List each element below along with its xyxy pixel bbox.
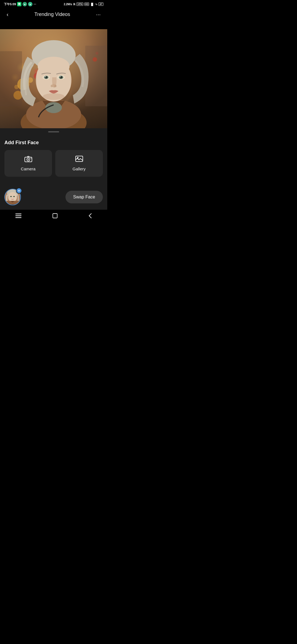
portrait-svg bbox=[0, 29, 107, 128]
camera-button[interactable]: Camera bbox=[4, 150, 52, 177]
bottom-panel: Add First Face Camera bbox=[0, 135, 107, 184]
action-buttons-row: Camera Gallery bbox=[4, 150, 103, 177]
svg-rect-2 bbox=[85, 46, 107, 106]
top-spacer bbox=[0, 21, 107, 29]
svg-point-18 bbox=[45, 76, 46, 77]
avatar-plus-button[interactable]: + bbox=[16, 188, 22, 194]
battery-icon: 47 bbox=[98, 2, 103, 6]
svg-point-35 bbox=[8, 192, 17, 202]
gallery-label: Gallery bbox=[73, 167, 86, 171]
svg-point-36 bbox=[10, 196, 12, 197]
svg-point-26 bbox=[43, 93, 65, 100]
svg-point-29 bbox=[28, 159, 29, 160]
svg-rect-39 bbox=[15, 214, 21, 214]
svg-point-32 bbox=[77, 157, 78, 159]
svg-rect-41 bbox=[15, 217, 21, 218]
status-dots: ··· bbox=[34, 2, 36, 6]
gallery-icon bbox=[75, 155, 83, 164]
add-face-title: Add First Face bbox=[4, 140, 103, 146]
camera-icon bbox=[24, 155, 32, 164]
svg-rect-42 bbox=[53, 214, 57, 218]
camera-label: Camera bbox=[21, 167, 35, 171]
status-time: 下午5:09 bbox=[4, 2, 16, 6]
nav-bar bbox=[0, 210, 107, 222]
back-nav-icon bbox=[89, 213, 92, 219]
svg-point-4 bbox=[93, 57, 97, 62]
hd-badge: HD bbox=[84, 2, 89, 6]
svg-point-37 bbox=[13, 196, 15, 197]
gallery-button[interactable]: Gallery bbox=[55, 150, 103, 177]
drag-indicator bbox=[0, 128, 107, 135]
swap-face-button[interactable]: Swap Face bbox=[65, 191, 103, 203]
app-icon-1: ● bbox=[23, 2, 27, 6]
home-icon bbox=[53, 213, 57, 218]
svg-point-25 bbox=[54, 85, 57, 87]
bluetooth-icon: ℝ bbox=[73, 3, 75, 6]
svg-point-8 bbox=[14, 85, 19, 89]
home-nav-button[interactable] bbox=[47, 212, 63, 219]
signal-icon: ▐▌ bbox=[90, 3, 94, 6]
wechat-icon: 微 bbox=[17, 2, 21, 6]
main-video-preview bbox=[0, 29, 107, 128]
back-button[interactable]: ‹ bbox=[4, 10, 11, 19]
wifi-icon: ∿ bbox=[95, 3, 97, 6]
menu-nav-button[interactable] bbox=[10, 212, 27, 219]
vpn-badge: VPN bbox=[76, 2, 83, 6]
portrait-background bbox=[0, 29, 107, 128]
avatar-container[interactable]: + bbox=[4, 189, 21, 205]
network-speed: 2.2M/s bbox=[64, 3, 72, 6]
status-bar: 下午5:09 微 ● ● ··· 2.2M/s ℝ VPN HD ▐▌ ∿ 47 bbox=[0, 0, 107, 8]
more-options-button[interactable]: ··· bbox=[94, 10, 103, 19]
status-right: 2.2M/s ℝ VPN HD ▐▌ ∿ 47 bbox=[64, 2, 103, 6]
svg-rect-30 bbox=[31, 158, 31, 159]
svg-rect-40 bbox=[15, 215, 21, 216]
app-icon-2: ● bbox=[28, 2, 32, 6]
back-nav-button[interactable] bbox=[83, 212, 97, 220]
status-left: 下午5:09 微 ● ● ··· bbox=[4, 2, 36, 6]
drag-pill bbox=[48, 131, 59, 132]
bottom-bar: + Swap Face bbox=[0, 184, 107, 210]
top-nav: ‹ Trending Videos ··· bbox=[0, 8, 107, 21]
page-title: Trending Videos bbox=[34, 12, 70, 17]
svg-point-22 bbox=[60, 76, 61, 77]
svg-point-24 bbox=[51, 85, 53, 87]
menu-icon bbox=[15, 214, 21, 218]
